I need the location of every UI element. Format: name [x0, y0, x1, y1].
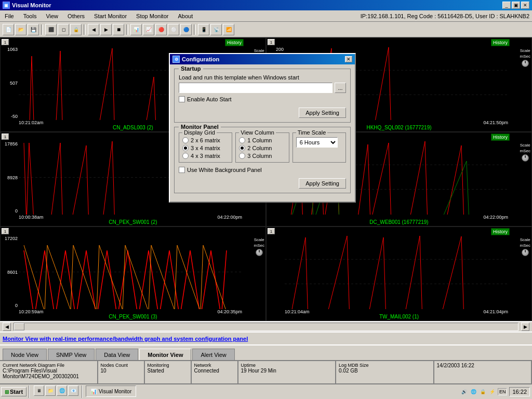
menu-file[interactable]: File: [3, 12, 16, 20]
grid-label-0: 2 x 6 matrix: [191, 137, 220, 143]
enable-autostart-checkbox[interactable]: [179, 96, 185, 102]
footer-nodes-value: 10: [101, 368, 141, 374]
title-bar: ▣ Visual Monitor _ ▣ ✕: [0, 0, 532, 10]
col-option-2: 3 Column: [239, 153, 285, 159]
tab-monitor-view[interactable]: Monitor View: [139, 349, 191, 360]
toolbar-btn13[interactable]: ⚪: [168, 24, 179, 35]
view-column-label: View Column: [239, 129, 276, 136]
display-grid-label: Display Grid: [182, 129, 217, 136]
view-column-radios: 1 Column 2 Column 3 Column: [239, 137, 285, 159]
tab-alert-view[interactable]: Alert View: [192, 349, 234, 360]
ql-btn4[interactable]: 📧: [68, 385, 78, 396]
col-radio-0[interactable]: [239, 137, 245, 143]
grid-radio-0[interactable]: [182, 137, 189, 143]
footer-logmdb-value: 0.02 GB: [339, 368, 431, 374]
toolbar-btn7[interactable]: ◀: [88, 24, 99, 35]
display-grid-group: Display Grid 2 x 6 matrix 3 x 4 matrix: [179, 132, 232, 163]
footer-nodes: Nodes Count 10: [98, 361, 145, 383]
time-scale-select[interactable]: 1 Hour 2 Hours 6 Hours 12 Hours 24 Hours: [296, 137, 338, 148]
tray-icon-4: ⚡: [488, 388, 497, 396]
toolbar-sep2: [84, 24, 86, 35]
toolbar-btn9[interactable]: ⏹: [113, 24, 124, 35]
monitor-apply-row: Apply Setting: [179, 176, 346, 189]
tab-snmp-view[interactable]: SNMP View: [48, 349, 95, 360]
toolbar-btn10[interactable]: 📊: [130, 24, 142, 35]
footer-monitoring: Monitoring Started: [145, 361, 192, 383]
ql-btn3[interactable]: 🌐: [57, 385, 67, 396]
tray-icon-1: 🔊: [460, 388, 469, 396]
startup-input-row: ...: [179, 83, 346, 93]
footer-file-label: Current Network Diagram File: [3, 363, 95, 368]
toolbar-btn17[interactable]: 📶: [223, 24, 234, 35]
toolbar-btn4[interactable]: ⬛: [45, 24, 57, 35]
toolbar-btn16[interactable]: 📡: [210, 24, 222, 35]
grid-label-1: 3 x 4 matrix: [191, 145, 220, 151]
start-label: Start: [10, 389, 23, 395]
start-button[interactable]: ⊞ Start: [1, 387, 26, 396]
toolbar-sep4: [194, 24, 196, 35]
startup-path-input[interactable]: [179, 83, 332, 93]
bottom-description: Monitor View with real-time performance/…: [0, 331, 532, 344]
footer-file: Current Network Diagram File C:\Program …: [0, 361, 98, 383]
white-bg-label: Use White Background Panel: [187, 167, 262, 173]
ql-btn1[interactable]: 🖥: [34, 385, 44, 396]
h-scrollbar[interactable]: [14, 323, 518, 331]
time-scale-label: Time Scale: [296, 129, 328, 136]
footer-network-label: Network: [194, 363, 235, 368]
enable-autostart-label: Enable Auto Start: [187, 96, 232, 102]
white-bg-checkbox[interactable]: [179, 167, 185, 173]
toolbar-btn14[interactable]: 🔵: [180, 24, 192, 35]
browse-button[interactable]: ...: [335, 83, 346, 93]
toolbar-btn15[interactable]: 📱: [198, 24, 209, 35]
menu-about[interactable]: About: [176, 12, 195, 20]
h-scroll-thumb[interactable]: [14, 323, 24, 330]
toolbar-btn6[interactable]: 🔒: [70, 24, 82, 35]
footer-file-value: C:\Program Files\Visual Monitor\M724DEMO…: [3, 368, 95, 379]
dialog-titlebar[interactable]: ⚙ Configuration ✕: [170, 54, 355, 64]
ql-btn2[interactable]: 📁: [45, 385, 56, 396]
toolbar-btn5[interactable]: ◻: [58, 24, 69, 35]
col-option-0: 1 Column: [239, 137, 285, 143]
scroll-left-btn[interactable]: ◀: [3, 323, 11, 331]
monitor-apply-btn[interactable]: Apply Setting: [299, 178, 346, 189]
tab-data-view[interactable]: Data View: [96, 349, 138, 360]
enable-autostart-row: Enable Auto Start: [179, 96, 346, 102]
toolbar-sep3: [126, 24, 128, 35]
toolbar-open[interactable]: 📂: [15, 24, 26, 35]
footer-network-value: Connected: [194, 368, 235, 374]
dialog-close-btn[interactable]: ✕: [345, 56, 352, 62]
connection-info: IP:192.168.1.101, Reg Code : 56116428-D5…: [361, 13, 529, 19]
toolbar-btn11[interactable]: 📈: [143, 24, 154, 35]
dialog-overlay: ⚙ Configuration ✕ Startup Load and run t…: [0, 37, 532, 321]
system-tray: 🔊 🌐 🔒 ⚡ EN: [460, 388, 508, 396]
toolbar-btn8[interactable]: ▶: [100, 24, 112, 35]
menu-others[interactable]: Others: [65, 12, 87, 20]
startup-apply-btn[interactable]: Apply Setting: [299, 108, 346, 118]
footer-datetime-value: 14/2/2003 16:22: [437, 363, 529, 368]
scroll-right-btn[interactable]: ▶: [521, 323, 529, 331]
toolbar-btn12[interactable]: 🔴: [155, 24, 167, 35]
taskbar-app-item[interactable]: 📊 Visual Monitor: [86, 385, 136, 397]
col-radio-1[interactable]: [239, 145, 245, 151]
display-grid-radios: 2 x 6 matrix 3 x 4 matrix 4 x 3 matrix: [182, 137, 229, 159]
restore-button[interactable]: ▣: [512, 2, 520, 9]
startup-desc: Load and run this template when Windows …: [179, 74, 346, 81]
minimize-button[interactable]: _: [502, 2, 511, 9]
footer-monitoring-label: Monitoring: [148, 363, 188, 368]
menu-view[interactable]: View: [44, 12, 60, 20]
col-label-0: 1 Column: [247, 137, 272, 143]
tab-node-view[interactable]: Node View: [3, 349, 47, 360]
close-button[interactable]: ✕: [521, 2, 529, 9]
menu-stop-monitor[interactable]: Stop Monitor: [134, 12, 170, 20]
menu-tools[interactable]: Tools: [21, 12, 39, 20]
grid-radio-1[interactable]: [182, 145, 189, 151]
col-radio-2[interactable]: [239, 153, 245, 159]
menu-start-monitor[interactable]: Start Monitor: [92, 12, 129, 20]
grid-radio-2[interactable]: [182, 153, 189, 159]
tray-icon-2: 🌐: [470, 388, 478, 396]
toolbar-new[interactable]: 📄: [3, 24, 14, 35]
status-footer: Current Network Diagram File C:\Program …: [0, 360, 532, 383]
toolbar-save[interactable]: 💾: [28, 24, 39, 35]
time-scale-group: Time Scale 1 Hour 2 Hours 6 Hours 12 Hou…: [292, 132, 346, 163]
grid-label-2: 4 x 3 matrix: [191, 153, 220, 159]
